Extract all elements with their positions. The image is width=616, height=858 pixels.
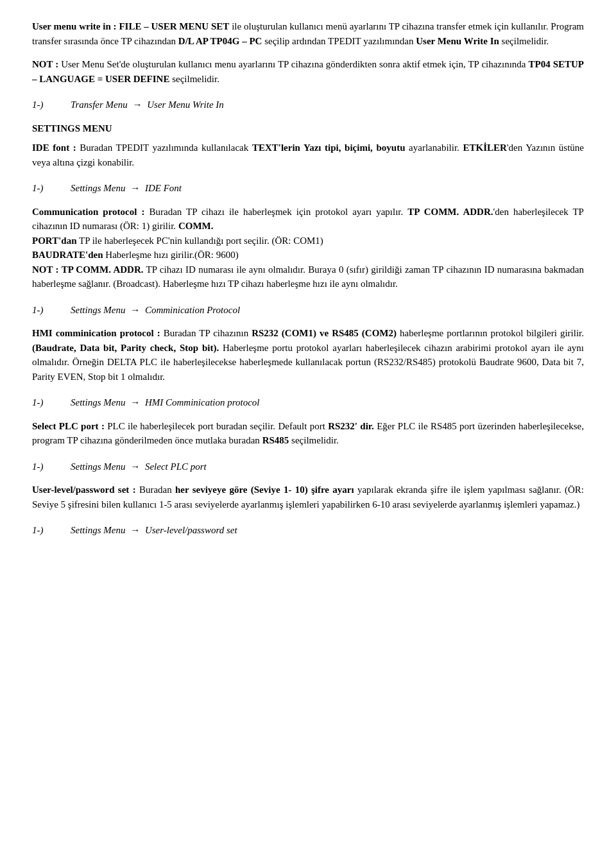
nav2-arrow: → — [130, 183, 142, 193]
nav-settings-comm-protocol: 1-) Settings Menu → Comminication Protoc… — [32, 303, 584, 318]
paragraph-hmi-comm-protocol: HMI comminication protocol : Buradan TP … — [32, 326, 584, 384]
paragraph-select-plc-port: Select PLC port : PLC ile haberleşilecek… — [32, 419, 584, 448]
text-hmi-comm-protocol: HMI comminication protocol : Buradan TP … — [32, 328, 584, 382]
nav-transfer-menu-user-menu-write-in: 1-) Transfer Menu → User Menu Write In — [32, 98, 584, 112]
nav5-number: 1-) — [32, 459, 71, 474]
nav-settings-user-level-password: 1-) Settings Menu → User-level/password … — [32, 523, 584, 538]
nav6-number: 1-) — [32, 523, 71, 538]
nav1-arrow: → — [133, 99, 145, 110]
nav2-menu: Settings Menu → IDE Font — [71, 181, 182, 196]
paragraph-not-user-menu: NOT : User Menu Set'de oluşturulan kulla… — [32, 57, 584, 86]
paragraph-comm-protocol: Communication protocol : Buradan TP ciha… — [32, 205, 584, 291]
settings-menu-title: SETTINGS MENU — [32, 121, 584, 136]
nav4-arrow: → — [130, 397, 142, 408]
nav5-arrow: → — [130, 461, 142, 472]
nav5-menu: Settings Menu → Select PLC port — [71, 459, 207, 474]
nav-settings-select-plc-port: 1-) Settings Menu → Select PLC port — [32, 459, 584, 474]
nav6-menu: Settings Menu → User-level/password set — [71, 523, 237, 538]
nav3-menu: Settings Menu → Comminication Protocol — [71, 303, 240, 318]
paragraph-user-menu-write-in: User menu write in : FILE – USER MENU SE… — [32, 19, 584, 48]
nav-settings-hmi-comm-protocol: 1-) Settings Menu → HMI Comminication pr… — [32, 395, 584, 410]
nav1-menu: Transfer Menu → User Menu Write In — [71, 98, 224, 112]
nav4-number: 1-) — [32, 395, 71, 410]
nav2-number: 1-) — [32, 181, 71, 196]
nav-settings-ide-font: 1-) Settings Menu → IDE Font — [32, 181, 584, 196]
nav4-menu: Settings Menu → HMI Comminication protoc… — [71, 395, 260, 410]
nav1-number: 1-) — [32, 98, 71, 112]
text-not-user-menu: NOT : User Menu Set'de oluşturulan kulla… — [32, 59, 584, 84]
text-ide-font: IDE font : Buradan TPEDIT yazılımında ku… — [32, 142, 584, 167]
page-content: User menu write in : FILE – USER MENU SE… — [32, 19, 584, 538]
nav3-arrow: → — [130, 305, 142, 315]
text-user-menu-write-in-label: User menu write in : FILE – USER MENU SE… — [32, 21, 584, 46]
text-select-plc-port: Select PLC port : PLC ile haberleşilecek… — [32, 421, 584, 446]
paragraph-user-level-password: User-level/password set : Buradan her se… — [32, 483, 584, 511]
paragraph-ide-font: IDE font : Buradan TPEDIT yazılımında ku… — [32, 141, 584, 169]
nav3-number: 1-) — [32, 303, 71, 318]
nav6-arrow: → — [130, 525, 142, 535]
text-comm-protocol: Communication protocol : Buradan TP ciha… — [32, 207, 584, 289]
text-user-level-password: User-level/password set : Buradan her se… — [32, 485, 584, 510]
